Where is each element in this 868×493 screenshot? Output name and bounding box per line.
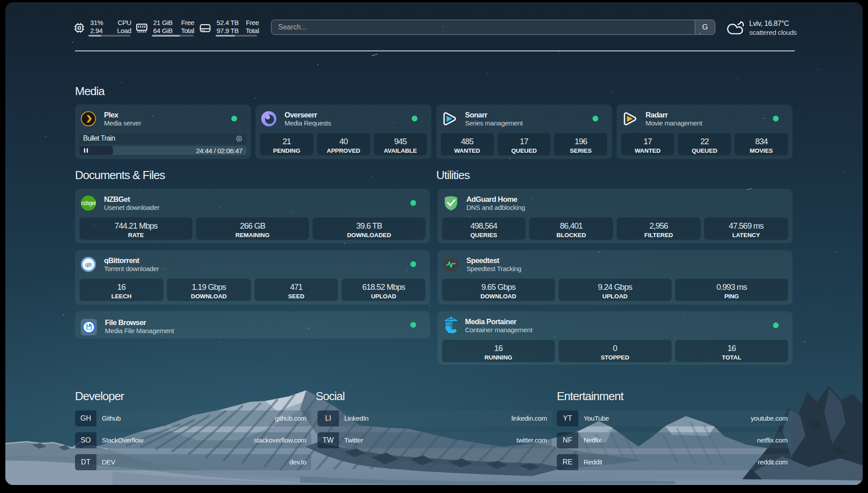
- svg-text:qb: qb: [85, 261, 92, 268]
- svg-text:nzbget: nzbget: [81, 200, 96, 206]
